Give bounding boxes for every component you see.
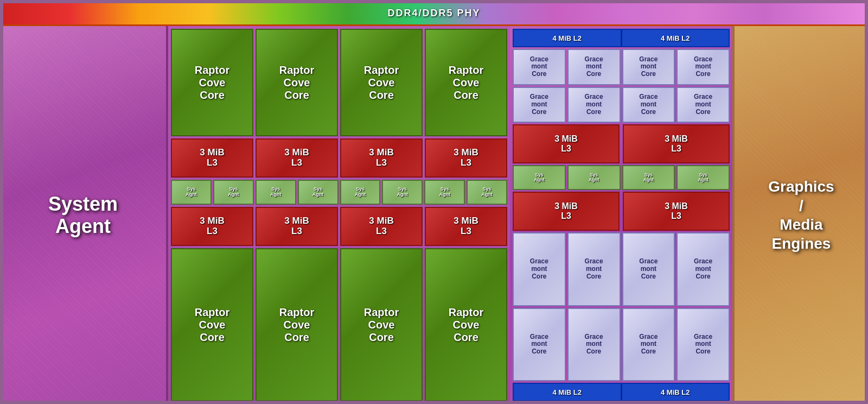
- raptor-row-top: RaptorCoveCore RaptorCoveCore RaptorCove…: [171, 29, 507, 136]
- gm-l2-top-bar: 4 MiB L2 4 MiB L2: [513, 29, 730, 47]
- gm-core-b5: GracemontCore: [513, 308, 566, 382]
- left-panel: SystemAgent: [0, 26, 168, 404]
- gm-core-t2: GracemontCore: [567, 49, 621, 85]
- l3-top-3: 3 MiBL3: [340, 138, 423, 178]
- gm-core-t6: GracemontCore: [567, 87, 621, 123]
- gm-core-t5: GracemontCore: [513, 87, 566, 123]
- gm-l2-bottom-right: 4 MiB L2: [622, 384, 729, 400]
- sa-t-6: SysAgnt: [424, 180, 465, 205]
- gm-l3-top: 3 MiBL3 3 MiBL3: [513, 124, 730, 163]
- sa-t-1: SysAgnt: [213, 180, 254, 205]
- gm-core-b1: GracemontCore: [513, 232, 566, 306]
- gm-core-t4: GracemontCore: [676, 49, 730, 85]
- gm-core-b4: GracemontCore: [676, 232, 730, 306]
- l3-top-2: 3 MiBL3: [256, 138, 338, 178]
- gm-sa-t3: SysAgnt: [622, 165, 675, 190]
- l3-bot-2: 3 MiBL3: [256, 207, 338, 246]
- ddr-label: DDR4/DDR5 PHY: [326, 4, 542, 22]
- gm-l2-top-right: 4 MiB L2: [622, 30, 729, 46]
- raptor-core-bot-2: RaptorCoveCore: [256, 248, 338, 401]
- l3-top-4: 3 MiBL3: [425, 138, 507, 178]
- gm-l3-top-1: 3 MiBL3: [513, 124, 620, 163]
- gm-l2-bottom-bar: 4 MiB L2 4 MiB L2: [513, 383, 730, 401]
- sa-t-2: SysAgnt: [256, 180, 296, 205]
- l3-top-1: 3 MiBL3: [171, 138, 253, 178]
- l3-bot-1: 3 MiBL3: [171, 207, 253, 246]
- sa-t-4: SysAgnt: [340, 180, 381, 205]
- gm-core-b7: GracemontCore: [622, 308, 675, 382]
- l3-row-bottom: 3 MiBL3 3 MiBL3 3 MiBL3 3 MiBL3: [171, 207, 507, 246]
- raptor-core-3: RaptorCoveCore: [340, 29, 423, 136]
- gm-core-b6: GracemontCore: [567, 308, 621, 382]
- sysagnt-row-top: SysAgnt SysAgnt SysAgnt SysAgnt SysAgnt …: [171, 180, 507, 205]
- gm-l3-top-2: 3 MiBL3: [623, 124, 730, 163]
- gm-l2-bottom-left: 4 MiB L2: [514, 384, 622, 400]
- gm-l3-bot-1: 3 MiBL3: [513, 192, 620, 231]
- sa-t-5: SysAgnt: [382, 180, 423, 205]
- gm-l3-bot-2: 3 MiBL3: [623, 192, 730, 231]
- raptor-core-2: RaptorCoveCore: [256, 29, 338, 136]
- gm-sa-t1: SysAgnt: [513, 165, 566, 190]
- gm-core-t1: GracemontCore: [513, 49, 566, 85]
- gm-cores-bottom: GracemontCore GracemontCore GracemontCor…: [513, 232, 730, 381]
- raptor-row-bottom: RaptorCoveCore RaptorCoveCore RaptorCove…: [171, 248, 507, 401]
- gm-sa-t2: SysAgnt: [567, 165, 621, 190]
- l3-bot-3: 3 MiBL3: [340, 207, 423, 246]
- gm-core-b3: GracemontCore: [622, 232, 675, 306]
- right-panel: 4 MiB L2 4 MiB L2 GracemontCore Gracem: [510, 26, 868, 404]
- sa-t-3: SysAgnt: [298, 180, 339, 205]
- gm-core-t3: GracemontCore: [622, 49, 675, 85]
- gm-sa-t4: SysAgnt: [676, 165, 730, 190]
- gm-sysagnt-top: SysAgnt SysAgnt SysAgnt SysAgnt: [513, 165, 730, 190]
- gm-core-t8: GracemontCore: [676, 87, 730, 123]
- graphics-label: Graphics/MediaEngines: [768, 177, 834, 253]
- gm-core-b8: GracemontCore: [676, 308, 730, 382]
- l3-row-top: 3 MiBL3 3 MiBL3 3 MiBL3 3 MiBL3: [171, 138, 507, 178]
- graphics-media-panel: Graphics/MediaEngines: [732, 26, 868, 404]
- l3-bot-4: 3 MiBL3: [425, 207, 507, 246]
- gracemont-panel: 4 MiB L2 4 MiB L2 GracemontCore Gracem: [510, 26, 732, 404]
- gm-core-b2: GracemontCore: [567, 232, 621, 306]
- center-panel: RaptorCoveCore RaptorCoveCore RaptorCove…: [168, 26, 510, 404]
- raptor-core-1: RaptorCoveCore: [171, 29, 253, 136]
- gm-l3-bottom: 3 MiBL3 3 MiBL3: [513, 192, 730, 231]
- system-agent-label: SystemAgent: [48, 193, 118, 238]
- chip-die-shot: DDR4/DDR5 PHY SystemAgent RaptorCoveCore…: [0, 0, 868, 404]
- sa-t-7: SysAgnt: [467, 180, 507, 205]
- gm-l2-top-left: 4 MiB L2: [514, 30, 622, 46]
- raptor-core-bot-3: RaptorCoveCore: [340, 248, 423, 401]
- raptor-core-4: RaptorCoveCore: [425, 29, 507, 136]
- raptor-core-bot-1: RaptorCoveCore: [171, 248, 253, 401]
- raptor-core-bot-4: RaptorCoveCore: [425, 248, 507, 401]
- gm-core-t7: GracemontCore: [622, 87, 675, 123]
- chip-body: SystemAgent RaptorCoveCore RaptorCoveCor…: [0, 26, 868, 404]
- sa-t-0: SysAgnt: [171, 180, 212, 205]
- gm-cores-top: GracemontCore GracemontCore GracemontCor…: [513, 49, 730, 123]
